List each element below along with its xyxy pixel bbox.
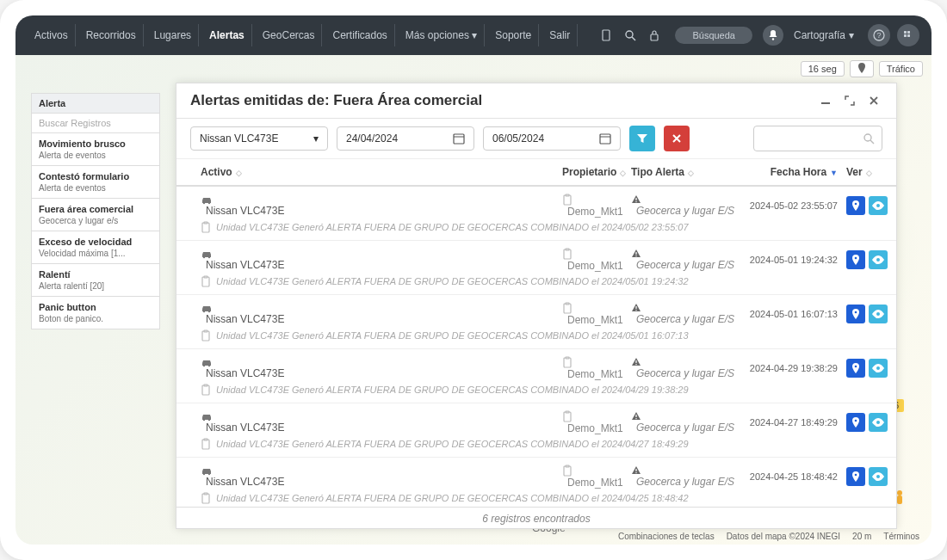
nav-certificados[interactable]: Certificados	[325, 24, 394, 46]
svg-point-31	[208, 256, 210, 258]
col-fecha-hora[interactable]: Fecha Hora	[771, 166, 826, 178]
row-alert-type: Geocerca y lugar E/S	[636, 476, 734, 488]
view-button[interactable]	[869, 196, 888, 215]
map-footer-keyboard[interactable]: Combinaciones de teclas	[618, 532, 715, 541]
svg-rect-55	[635, 364, 636, 365]
nav-more-options[interactable]: Más opciones ▾	[399, 24, 485, 46]
sidebar-item-subtitle: Alerta ralentí [20]	[39, 281, 152, 291]
col-tipo-alerta[interactable]: Tipo Alerta	[631, 166, 684, 178]
nav-activos[interactable]: Activos	[28, 24, 76, 46]
clipboard-icon	[201, 384, 211, 396]
svg-point-4	[772, 38, 774, 40]
sidebar-item-0[interactable]: Movimiento bruscoAlerta de eventos	[31, 133, 160, 166]
row-detail: Unidad VLC473E Generó ALERTA FUERA DE GR…	[216, 276, 689, 286]
svg-rect-62	[564, 412, 571, 422]
locate-button[interactable]	[846, 359, 865, 378]
nav-salir[interactable]: Salir	[542, 24, 578, 46]
view-button[interactable]	[869, 305, 888, 323]
date-end-input[interactable]: 06/05/2024	[483, 126, 621, 151]
apps-icon[interactable]	[897, 24, 919, 46]
row-owner: Demo_Mkt1	[567, 422, 623, 434]
sidebar-item-5[interactable]: Panic buttonBoton de panico.	[31, 297, 160, 329]
col-activo[interactable]: Activo	[201, 166, 232, 178]
expand-button[interactable]	[841, 92, 858, 109]
mobile-icon[interactable]	[596, 25, 616, 46]
view-button[interactable]	[869, 413, 888, 432]
nav-soporte[interactable]: Soporte	[488, 24, 539, 46]
help-icon[interactable]: ?	[868, 24, 890, 46]
search-icon[interactable]	[620, 25, 641, 46]
sidebar-item-title: Exceso de velocidad	[39, 237, 152, 247]
row-asset: Nissan VLC473E	[206, 367, 284, 379]
clear-filter-button[interactable]	[664, 126, 690, 151]
svg-rect-12	[897, 495, 902, 504]
locate-button[interactable]	[846, 305, 865, 323]
nav-geocercas[interactable]: GeoCercas	[256, 24, 323, 46]
clipboard-icon	[562, 248, 631, 260]
car-icon	[201, 194, 562, 205]
view-button[interactable]	[869, 359, 888, 378]
row-alert-type: Geocerca y lugar E/S	[636, 367, 734, 379]
nav-lugares[interactable]: Lugares	[147, 24, 199, 46]
svg-point-71	[208, 473, 210, 475]
locate-button[interactable]	[846, 467, 865, 486]
svg-rect-24	[635, 198, 636, 200]
view-button[interactable]	[869, 467, 888, 486]
sidebar-item-3[interactable]: Exceso de velocidadVelocidad máxima [1..…	[31, 231, 160, 264]
svg-rect-7	[904, 31, 907, 34]
row-detail: Unidad VLC473E Generó ALERTA FUERA DE GR…	[216, 493, 689, 503]
minimize-button[interactable]	[817, 92, 834, 109]
clipboard-icon	[562, 302, 631, 314]
cartography-menu[interactable]: Cartografía ▾	[787, 29, 861, 41]
sidebar-item-subtitle: Alerta de eventos	[39, 183, 152, 193]
table-header: Activo◇ Propietario◇ Tipo Alerta◇ Fecha …	[176, 159, 896, 187]
sidebar-search-input[interactable]: Buscar Registros	[31, 114, 160, 133]
asset-select[interactable]: Nissan VLC473E▾	[190, 126, 328, 151]
svg-rect-72	[564, 466, 571, 476]
svg-rect-32	[564, 249, 571, 259]
svg-rect-34	[635, 252, 636, 255]
svg-text:?: ?	[876, 31, 881, 40]
global-search[interactable]: Búsqueda	[675, 27, 752, 44]
table-body: Nissan VLC473EDemo_Mkt1Geocerca y lugar …	[176, 187, 896, 507]
locate-button[interactable]	[846, 196, 865, 215]
location-chip[interactable]	[850, 60, 874, 77]
notifications-icon[interactable]	[763, 25, 783, 46]
filter-button[interactable]	[629, 126, 655, 151]
svg-point-51	[208, 365, 210, 366]
date-start-input[interactable]: 24/04/2024	[337, 126, 474, 151]
sidebar-item-title: Ralentí	[39, 269, 152, 280]
svg-point-20	[203, 202, 205, 204]
map-footer-terms[interactable]: Términos	[883, 532, 919, 541]
locate-button[interactable]	[846, 413, 865, 432]
row-detail: Unidad VLC473E Generó ALERTA FUERA DE GR…	[216, 222, 689, 232]
sidebar-item-1[interactable]: Contestó formularioAlerta de eventos	[31, 166, 160, 199]
lock-icon[interactable]	[644, 25, 665, 46]
warning-icon	[631, 303, 743, 313]
sidebar-item-title: Contestó formulario	[39, 171, 152, 182]
close-button[interactable]	[865, 92, 882, 109]
table-row: Nissan VLC473EDemo_Mkt1Geocerca y lugar …	[176, 295, 896, 349]
traffic-chip[interactable]: Tráfico	[879, 61, 923, 77]
svg-point-50	[203, 365, 205, 366]
sidebar-item-title: Panic button	[39, 302, 152, 312]
svg-rect-38	[202, 277, 209, 286]
svg-point-37	[876, 258, 880, 262]
refresh-timer-chip: 16 seg	[801, 61, 845, 77]
clipboard-icon	[201, 275, 211, 287]
row-datetime: 2024-04-27 18:49:29	[750, 417, 838, 428]
sidebar-item-2[interactable]: Fuera área comercialGeocerca y lugar e/s	[31, 199, 160, 231]
table-row: Nissan VLC473EDemo_Mkt1Geocerca y lugar …	[176, 187, 896, 241]
table-search-input[interactable]	[753, 126, 882, 151]
nav-alertas[interactable]: Alertas	[202, 24, 252, 46]
sidebar-item-title: Movimiento brusco	[39, 138, 152, 149]
col-propietario[interactable]: Propietario	[562, 166, 616, 178]
sidebar-item-4[interactable]: RalentíAlerta ralentí [20]	[31, 264, 160, 297]
svg-rect-44	[635, 306, 636, 309]
col-ver: Ver	[846, 166, 863, 178]
nav-recorridos[interactable]: Recorridos	[79, 24, 144, 46]
svg-rect-28	[202, 223, 209, 232]
table-row: Nissan VLC473EDemo_Mkt1Geocerca y lugar …	[176, 403, 896, 458]
locate-button[interactable]	[846, 250, 865, 269]
view-button[interactable]	[869, 250, 888, 269]
